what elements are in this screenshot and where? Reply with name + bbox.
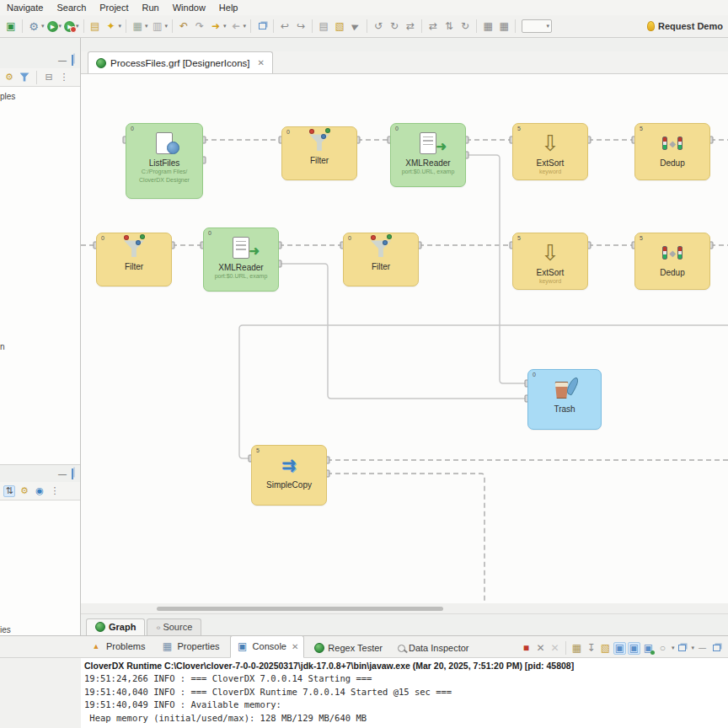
run-remote-button[interactable]: ▾	[104, 19, 123, 34]
new-window-button[interactable]	[254, 19, 270, 34]
back-button[interactable]: ▾	[228, 19, 248, 34]
tree-item-fragment[interactable]: n	[0, 342, 5, 351]
filter-funnel-icon[interactable]	[20, 72, 29, 82]
distribute-h-button[interactable]	[426, 19, 441, 34]
minimize-icon[interactable]: —	[58, 469, 67, 479]
previous-annotation-button[interactable]	[277, 19, 292, 34]
scrollbar-thumb[interactable]	[157, 607, 443, 611]
minimize-icon[interactable]	[696, 642, 709, 655]
horizontal-scrollbar[interactable]	[81, 603, 728, 613]
component-xmlreader-1[interactable]: 0 ➜ XMLReader port:$0.URL, examp	[390, 123, 466, 187]
last-edit-button[interactable]	[316, 19, 331, 34]
tab-regex-tester[interactable]: Regex Tester	[309, 640, 388, 657]
grid-button[interactable]	[480, 19, 495, 34]
close-icon[interactable]: ✕	[292, 642, 298, 651]
view-menu-icon[interactable]	[49, 485, 61, 497]
component-filter-1[interactable]: 0 Filter	[281, 126, 357, 180]
next-annotation-button[interactable]	[293, 19, 308, 34]
component-xmlreader-2[interactable]: 0 ➜ XMLReader port:$0.URL, examp	[203, 228, 279, 292]
collapse-all-icon[interactable]	[43, 72, 55, 83]
component-extsort-1[interactable]: 5 ExtSort keyword	[512, 123, 588, 180]
close-icon[interactable]: ✕	[258, 58, 265, 67]
menu-run[interactable]: Run	[142, 3, 159, 13]
menu-window[interactable]: Window	[173, 3, 206, 13]
maximize-icon[interactable]	[72, 468, 73, 479]
show-output-icon[interactable]	[628, 642, 640, 655]
menu-navigate[interactable]: Navigate	[7, 3, 43, 13]
console-output[interactable]: CloverDX Runtime C:\Clover\clover-7-0-0-…	[81, 658, 728, 728]
flip-button[interactable]	[403, 19, 418, 34]
sort-icon[interactable]	[3, 485, 15, 497]
align-icon	[458, 19, 472, 33]
graph-canvas[interactable]: 0 ListFiles C:/Program Files/ CloverDX D…	[81, 74, 728, 603]
filter-icon	[371, 237, 391, 260]
menu-help[interactable]: Help	[219, 3, 238, 13]
run-button[interactable]: ▾	[46, 20, 63, 33]
export-button[interactable]	[332, 19, 347, 34]
rotate-right-button[interactable]	[387, 19, 402, 34]
new-graph-button[interactable]	[3, 19, 19, 34]
component-badge: 0	[533, 372, 536, 377]
outline-body[interactable]: ies	[0, 500, 80, 635]
zoom-input[interactable]	[522, 22, 543, 30]
scroll-lock-icon[interactable]	[613, 642, 626, 655]
tab-data-inspector[interactable]: Data Inspector	[393, 640, 474, 657]
gears-icon[interactable]	[3, 72, 15, 83]
redo-button[interactable]	[192, 19, 207, 34]
align-button[interactable]	[458, 19, 473, 34]
table-button[interactable]	[496, 19, 511, 34]
view-menu-icon[interactable]	[58, 72, 70, 83]
open-console-icon[interactable]	[656, 642, 669, 655]
rotate-left-button[interactable]	[371, 19, 386, 34]
component-filter-2[interactable]: 0 Filter	[96, 233, 172, 286]
remove-all-launches-icon[interactable]	[549, 642, 561, 655]
pin-console-icon[interactable]	[585, 642, 597, 655]
menu-project[interactable]: Project	[99, 3, 128, 13]
component-dedup-2[interactable]: 5 ◆ Dedup	[634, 233, 710, 290]
magnifier-icon	[398, 645, 405, 652]
navigator-toolbar	[0, 68, 80, 87]
debug-button[interactable]: ▾	[63, 20, 80, 33]
select-mode-button[interactable]	[348, 19, 363, 34]
remove-launch-icon[interactable]	[534, 642, 547, 655]
component-sublabel: C:/Program Files/	[142, 169, 187, 176]
component-extsort-2[interactable]: 5 ExtSort keyword	[512, 233, 588, 290]
menu-search[interactable]: Search	[56, 3, 86, 13]
open-file-button[interactable]	[88, 19, 103, 34]
new-console-view-icon[interactable]	[678, 645, 686, 651]
tab-properties[interactable]: Properties	[155, 636, 224, 657]
component-badge: 5	[517, 126, 521, 131]
zoom-combo[interactable]: ▾	[522, 19, 552, 33]
distribute-v-button[interactable]	[442, 19, 457, 34]
component-simplecopy[interactable]: 5 SimpleCopy	[251, 445, 327, 506]
editor-tab-processfiles[interactable]: ProcessFiles.grf [DesignerIcons] ✕	[88, 51, 273, 73]
clear-console-icon[interactable]	[570, 642, 583, 655]
focus-icon[interactable]	[34, 485, 46, 497]
terminate-icon[interactable]	[520, 642, 533, 655]
tree-item-fragment[interactable]: ies	[0, 625, 11, 634]
tab-source[interactable]: Source	[147, 618, 201, 635]
run-configurations-button[interactable]: ▾	[26, 19, 46, 34]
component-filter-3[interactable]: 0 Filter	[343, 233, 419, 286]
component-dedup-1[interactable]: 5 ◆ Dedup	[634, 123, 710, 180]
navigator-tree[interactable]: ples n	[0, 87, 80, 464]
tree-item-fragment[interactable]: ples	[0, 92, 15, 101]
maximize-icon[interactable]	[713, 645, 720, 651]
export-image-button[interactable]: ▾	[130, 19, 149, 34]
word-wrap-icon[interactable]	[599, 642, 612, 655]
tab-graph[interactable]: Graph	[86, 618, 145, 635]
tab-console[interactable]: Console ✕	[230, 635, 305, 658]
tab-problems[interactable]: Problems	[84, 636, 150, 657]
undo-button[interactable]	[176, 19, 191, 34]
display-selected-console-icon[interactable]	[642, 642, 655, 655]
console-icon	[236, 640, 249, 653]
gears-icon[interactable]	[19, 485, 30, 497]
request-demo-button[interactable]: Request Demo	[647, 21, 725, 31]
minimize-icon[interactable]: —	[58, 56, 67, 65]
component-trash[interactable]: 0 Trash	[527, 369, 602, 430]
forward-button[interactable]: ▾	[208, 19, 228, 34]
left-sidebar: — ples n —	[0, 38, 81, 635]
maximize-icon[interactable]	[72, 55, 73, 66]
chart-button[interactable]: ▾	[150, 19, 169, 34]
component-listfiles[interactable]: 0 ListFiles C:/Program Files/ CloverDX D…	[126, 123, 203, 199]
